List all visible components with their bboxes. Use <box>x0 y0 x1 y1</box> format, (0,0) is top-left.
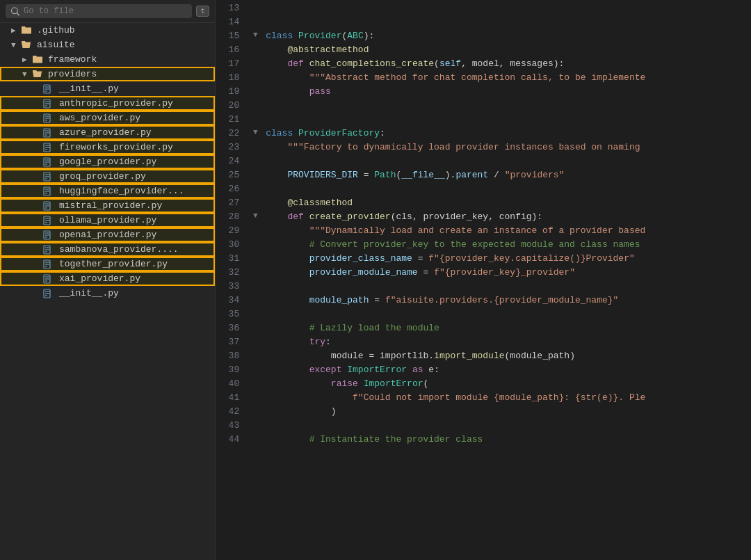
tree-item-aisuite[interactable]: ▼ aisuite <box>0 38 215 52</box>
tree-item-xai[interactable]: xai_provider.py <box>0 271 215 286</box>
fold-button[interactable] <box>250 100 260 114</box>
file-icon <box>43 201 56 211</box>
code-content <box>260 100 751 114</box>
code-content <box>260 420 751 434</box>
fold-button[interactable] <box>250 225 260 239</box>
tree-item-init-providers[interactable]: __init__.py <box>0 81 215 96</box>
tree-item-aws[interactable]: aws_provider.py <box>0 111 215 125</box>
line-number: 26 <box>216 184 250 198</box>
line-number: 37 <box>216 337 250 351</box>
line-number: 25 <box>216 170 250 184</box>
code-content: pass <box>260 86 751 100</box>
fold-button[interactable] <box>250 295 260 309</box>
fold-button[interactable] <box>250 142 260 156</box>
code-content <box>260 114 751 128</box>
line-number: 29 <box>216 225 250 239</box>
fold-button[interactable] <box>250 198 260 211</box>
tree-item-providers[interactable]: ▼ providers <box>0 67 215 81</box>
tree-item-framework[interactable]: ▶ framework <box>0 52 215 67</box>
fold-button[interactable] <box>250 365 260 378</box>
fold-button[interactable] <box>250 434 260 448</box>
code-content: provider_class_name = f"{provider_key.ca… <box>260 253 751 267</box>
tree-item-azure[interactable]: azure_provider.py <box>0 125 215 140</box>
tree-item-label: aisuite <box>37 40 75 50</box>
tree-item-label: xai_provider.py <box>59 273 140 284</box>
search-bar-container: t <box>0 0 215 23</box>
code-content: class ProviderFactory: <box>260 128 751 142</box>
fold-button[interactable] <box>250 184 260 198</box>
line-number: 44 <box>216 434 250 448</box>
code-line-44: 44 # Instantiate the provider class <box>216 434 751 448</box>
fold-button[interactable] <box>250 45 260 58</box>
tree-item-label: huggingface_provider... <box>59 186 184 196</box>
code-content: provider_module_name = f"{provider_key}_… <box>260 267 751 281</box>
tree-item-fireworks[interactable]: fireworks_provider.py <box>0 140 215 154</box>
chevron-icon: ▶ <box>11 26 21 35</box>
code-line-19: 19 pass <box>216 86 751 100</box>
line-number: 30 <box>216 239 250 253</box>
code-content: module_path = f"aisuite.providers.{provi… <box>260 295 751 309</box>
tree-item-sambanova[interactable]: sambanova_provider.... <box>0 242 215 257</box>
fold-button[interactable] <box>250 72 260 86</box>
fold-button[interactable]: ▼ <box>250 128 260 142</box>
fold-button[interactable] <box>250 253 260 267</box>
fold-button[interactable] <box>250 281 260 295</box>
fold-button[interactable] <box>250 156 260 170</box>
code-line-32: 32 provider_module_name = f"{provider_ke… <box>216 267 751 281</box>
fold-button[interactable] <box>250 406 260 420</box>
fold-button[interactable] <box>250 239 260 253</box>
code-line-41: 41 f"Could not import module {module_pat… <box>216 392 751 406</box>
code-line-35: 35 <box>216 309 751 323</box>
fold-button[interactable] <box>250 378 260 392</box>
code-content <box>260 156 751 170</box>
code-content <box>260 3 751 17</box>
code-line-39: 39 except ImportError as e: <box>216 365 751 378</box>
fold-button[interactable] <box>250 351 260 365</box>
fold-button[interactable] <box>250 114 260 128</box>
fold-button[interactable] <box>250 323 260 337</box>
tree-item-together[interactable]: together_provider.py <box>0 257 215 271</box>
fold-button[interactable] <box>250 420 260 434</box>
code-line-33: 33 <box>216 281 751 295</box>
tree-item-mistral[interactable]: mistral_provider.py <box>0 198 215 213</box>
line-number: 27 <box>216 198 250 211</box>
line-number: 24 <box>216 156 250 170</box>
tree-item-label: aws_provider.py <box>59 113 140 123</box>
line-number: 34 <box>216 295 250 309</box>
fold-button[interactable] <box>250 170 260 184</box>
code-content: @abstractmethod <box>260 45 751 58</box>
file-icon <box>43 245 56 255</box>
fold-button[interactable] <box>250 58 260 72</box>
tree-item-groq[interactable]: groq_provider.py <box>0 169 215 184</box>
fold-button[interactable] <box>250 3 260 17</box>
tree-item-label: groq_provider.py <box>59 171 146 182</box>
code-line-29: 29 """Dynamically load and create an ins… <box>216 225 751 239</box>
tree-item-google[interactable]: google_provider.py <box>0 154 215 169</box>
search-input[interactable] <box>24 6 186 16</box>
line-number: 16 <box>216 45 250 58</box>
tree-item-openai[interactable]: openai_provider.py <box>0 227 215 242</box>
fold-button[interactable]: ▼ <box>250 211 260 225</box>
fold-button[interactable] <box>250 392 260 406</box>
file-icon <box>43 289 56 298</box>
line-number: 38 <box>216 351 250 365</box>
chevron-icon: ▼ <box>22 70 32 79</box>
code-content: def create_provider(cls, provider_key, c… <box>260 211 751 225</box>
fold-button[interactable] <box>250 17 260 31</box>
tree-item-ollama[interactable]: ollama_provider.py <box>0 213 215 227</box>
code-line-42: 42 ) <box>216 406 751 420</box>
fold-button[interactable] <box>250 267 260 281</box>
line-number: 23 <box>216 142 250 156</box>
fold-button[interactable]: ▼ <box>250 31 260 45</box>
search-bar[interactable] <box>6 4 192 18</box>
fold-button[interactable] <box>250 86 260 100</box>
tree-item-huggingface[interactable]: huggingface_provider... <box>0 184 215 198</box>
fold-button[interactable] <box>250 337 260 351</box>
tree-item-github[interactable]: ▶ .github <box>0 23 215 38</box>
tree-item-anthropic[interactable]: anthropic_provider.py <box>0 96 215 111</box>
code-line-36: 36 # Lazily load the module <box>216 323 751 337</box>
code-content: def chat_completions_create(self, model,… <box>260 58 751 72</box>
code-content: f"Could not import module {module_path}:… <box>260 392 751 406</box>
fold-button[interactable] <box>250 309 260 323</box>
tree-item-init-top[interactable]: __init__.py <box>0 286 215 301</box>
